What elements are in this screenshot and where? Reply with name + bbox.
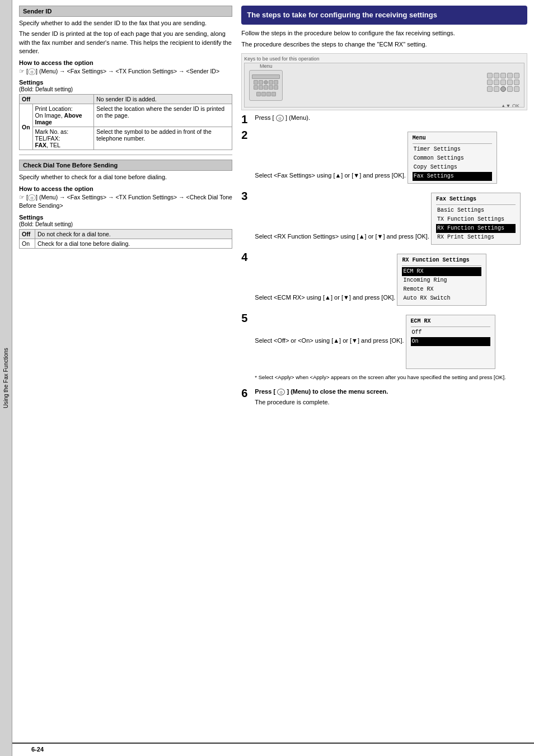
step-6-content: Press [ ☼ ] (Menu) to close the menu scr… <box>255 388 527 409</box>
step-5-menu: ECM RX Off On <box>406 315 495 369</box>
table-cell-on-label: On <box>20 104 33 150</box>
check-dial-path: ☞ [☼] (Menu) → <Fax Settings> → <TX Func… <box>19 193 232 211</box>
step-3-menu: Fax Settings Basic Settings TX Function … <box>431 193 521 245</box>
page-footer: 6-24 <box>12 743 534 756</box>
sender-id-header: Sender ID <box>19 6 232 17</box>
menu-item-rx-print: RX Print Settings <box>436 233 516 242</box>
step-2: 2 Select <Fax Settings> using [▲] or [▼]… <box>241 129 527 186</box>
sidebar-tab: Using the Fax Functions <box>0 0 12 756</box>
step-2-number: 2 <box>241 129 251 141</box>
step-2-content: Select <Fax Settings> using [▲] or [▼] a… <box>255 129 527 186</box>
step-5-content: Select <Off> or <On> using [▲] or [▼] an… <box>255 312 527 383</box>
table-cell-off-label: Off <box>20 230 35 239</box>
check-dial-default-note: (Bold: Default setting) <box>19 221 232 227</box>
right-column: The steps to take for configuring the re… <box>241 6 527 737</box>
sender-id-path: ☞ [☼] (Menu) → <Fax Settings> → <TX Func… <box>19 67 232 76</box>
keyboard-image: Keys to be used for this operation Menu <box>241 53 527 110</box>
steps-container: 1 Press [ ☼ ] (Menu). 2 Select <Fax Sett… <box>241 114 527 409</box>
check-dial-settings-label: Settings <box>19 214 232 221</box>
table-cell-print-desc: Select the location where the sender ID … <box>94 104 232 127</box>
step-1: 1 Press [ ☼ ] (Menu). <box>241 114 527 125</box>
table-cell-on-desc: Check for a dial tone before dialing. <box>35 239 232 249</box>
menu-item-basic: Basic Settings <box>436 206 516 215</box>
step-5-number: 5 <box>241 312 251 324</box>
step-3-number: 3 <box>241 190 251 202</box>
step-4: 4 Select <ECM RX> using [▲] or [▼] and p… <box>241 251 527 308</box>
table-row: On Check for a dial tone before dialing. <box>20 239 232 249</box>
step-4-menu: RX Function Settings ECM RX Incoming Rin… <box>397 254 486 306</box>
menu-item-fax: Fax Settings <box>413 172 492 181</box>
menu-item-rx-func: RX Function Settings <box>436 224 516 233</box>
step-3: 3 Select <RX Function Settings> using [▲… <box>241 190 527 247</box>
step-1-content: Press [ ☼ ] (Menu). <box>255 114 527 122</box>
menu-item-ecm-off: Off <box>411 328 490 337</box>
sender-id-table: Off No sender ID is added. On Print Loca… <box>19 94 232 150</box>
table-cell-print-location: Print Location:On Image, Above Image <box>32 104 94 127</box>
check-dial-section: Check Dial Tone Before Sending Specify w… <box>19 160 232 249</box>
check-dial-intro: Specify whether to check for a dial tone… <box>19 173 232 181</box>
section-divider <box>19 155 232 155</box>
menu-item-timer: Timer Settings <box>413 145 492 154</box>
step-5-menu-title: ECM RX <box>411 318 490 327</box>
menu-item-ecm-rx: ECM RX <box>402 267 481 276</box>
table-cell-mark: Mark No. as: TEL/FAX:FAX, TEL <box>32 127 94 150</box>
step-2-menu: Menu Timer Settings Common Settings Copy… <box>407 132 497 184</box>
step-5: 5 Select <Off> or <On> using [▲] or [▼] … <box>241 312 527 383</box>
keyboard-visual: Menu <box>244 63 524 108</box>
check-dial-how-to-label: How to access the option <box>19 185 232 192</box>
menu-item-remote-rx: Remote RX <box>402 285 481 294</box>
menu-item-ecm-on: On <box>411 337 490 346</box>
step-2-menu-title: Menu <box>413 134 492 144</box>
check-dial-table: Off Do not check for a dial tone. On Che… <box>19 229 232 249</box>
table-cell-off-desc: No sender ID is added. <box>94 95 232 104</box>
right-intro2: The procedure describes the steps to cha… <box>241 40 527 49</box>
step-3-content: Select <RX Function Settings> using [▲] … <box>255 190 527 247</box>
step-6: 6 Press [ ☼ ] (Menu) to close the menu s… <box>241 388 527 409</box>
keyboard-menu-label: Menu <box>260 63 273 69</box>
right-section-title: The steps to take for configuring the re… <box>241 6 527 25</box>
table-cell-mark-desc: Select the symbol to be added in front o… <box>94 127 232 150</box>
step-4-number: 4 <box>241 251 251 263</box>
table-cell-on-label: On <box>20 239 35 249</box>
step-5-footnote: Select <Apply> when <Apply> appears on t… <box>255 374 527 381</box>
step-4-content: Select <ECM RX> using [▲] or [▼] and pre… <box>255 251 527 308</box>
left-column: Sender ID Specify whether to add the sen… <box>19 6 232 737</box>
keyboard-note: Keys to be used for this operation <box>244 56 524 62</box>
menu-item-auto-rx: Auto RX Switch <box>402 294 481 303</box>
menu-item-common: Common Settings <box>413 154 492 163</box>
check-dial-header: Check Dial Tone Before Sending <box>19 160 232 171</box>
step-4-menu-title: RX Function Settings <box>402 256 481 266</box>
table-row: Off No sender ID is added. <box>20 95 232 104</box>
sender-id-how-to-label: How to access the option <box>19 59 232 66</box>
step-6-number: 6 <box>241 388 251 399</box>
menu-item-incoming-ring: Incoming Ring <box>402 276 481 285</box>
table-row: On Print Location:On Image, Above Image … <box>20 104 232 127</box>
table-cell-off-desc: Do not check for a dial tone. <box>35 230 232 239</box>
step-6-completion: The procedure is complete. <box>255 398 527 407</box>
table-cell-off: Off <box>20 95 94 104</box>
two-column-layout: Sender ID Specify whether to add the sen… <box>12 0 534 743</box>
sender-id-intro1: Specify whether to add the sender ID to … <box>19 19 232 27</box>
table-row: Off Do not check for a dial tone. <box>20 230 232 239</box>
keyboard-ok-label: ▲▼ OK <box>245 103 524 108</box>
sidebar-label: Using the Fax Functions <box>3 348 9 408</box>
sender-id-settings-label: Settings <box>19 79 232 86</box>
sender-id-default-note: (Bold: Default setting) <box>19 86 232 92</box>
main-content: Sender ID Specify whether to add the sen… <box>12 0 534 756</box>
table-row: Mark No. as: TEL/FAX:FAX, TEL Select the… <box>20 127 232 150</box>
sender-id-section: Sender ID Specify whether to add the sen… <box>19 6 232 150</box>
page-number: 6-24 <box>31 746 44 753</box>
sender-id-intro2: The sender ID is printed at the top of e… <box>19 30 232 55</box>
page-container: Using the Fax Functions Sender ID Specif… <box>0 0 534 756</box>
right-intro1: Follow the steps in the procedure below … <box>241 29 527 38</box>
menu-item-tx: TX Function Settings <box>436 215 516 224</box>
menu-item-copy: Copy Settings <box>413 163 492 172</box>
step-1-number: 1 <box>241 114 251 125</box>
step-3-menu-title: Fax Settings <box>436 195 516 205</box>
